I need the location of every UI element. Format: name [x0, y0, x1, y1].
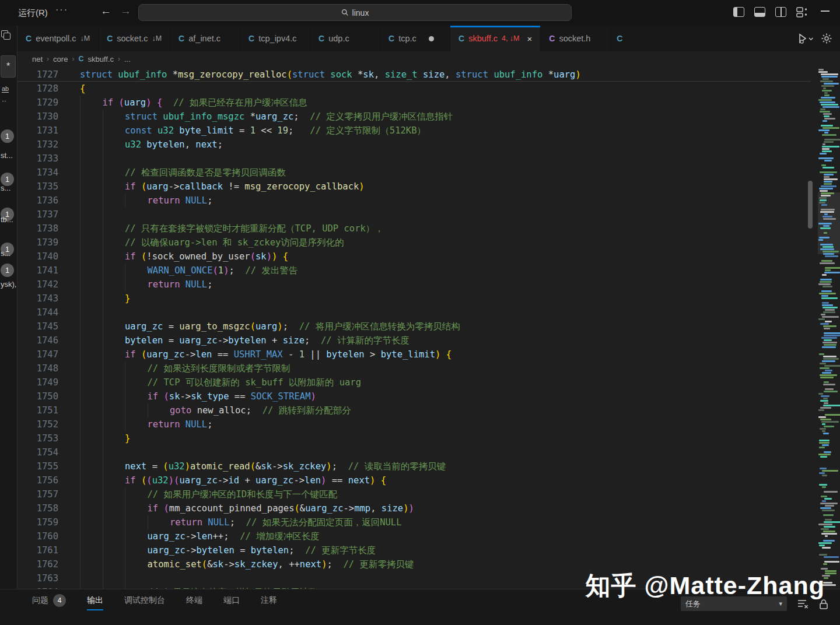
tab-skbuff.c[interactable]: Cskbuff.c4, ↓M× [450, 26, 541, 51]
code-text: } [125, 431, 130, 445]
search-result-fragment[interactable]: s... [1, 249, 10, 258]
code-content[interactable]: 1727struct ubuf_info *msg_zerocopy_reall… [18, 68, 811, 589]
toggle-panel-icon[interactable] [754, 7, 765, 17]
line-number: 1760 [18, 529, 58, 543]
code-text: bytelen = uarg_zc->bytelen + size; // 计算… [125, 333, 410, 347]
tab-af_inet.c[interactable]: Caf_inet.c [170, 26, 240, 51]
tab-label: tcp.c [398, 34, 416, 43]
indent-guide [80, 529, 80, 543]
breadcrumb-symbol[interactable]: ... [124, 55, 131, 64]
minimap-stripe [820, 407, 831, 409]
indent-guide [125, 264, 125, 278]
close-icon[interactable]: × [527, 34, 533, 44]
code-line-1751: 1751goto new_alloc; // 跳转到新分配部分 [18, 403, 811, 417]
menu-more-icon[interactable]: ··· [55, 5, 68, 15]
indent-guide [80, 292, 80, 306]
minimap-stripe [824, 176, 830, 178]
minimap-stripe [821, 496, 827, 497]
breadcrumb[interactable]: net › core › C skbuff.c › ... [18, 51, 840, 66]
search-option-box[interactable]: * [1, 55, 16, 78]
settings-gear-icon[interactable] [821, 33, 832, 44]
tab-socket.h[interactable]: Csocket.h [541, 26, 611, 51]
code-text: if ((u32)(uarg_zc->id + uarg_zc->len) ==… [125, 473, 386, 487]
indent-guide [103, 222, 103, 236]
panel-tab-调试控制台[interactable]: 调试控制台 [124, 595, 165, 610]
editor-group-icon[interactable] [1, 30, 10, 40]
minimap-stripe [821, 185, 836, 187]
panel-tabs: 问题4输出调试控制台终端端口注释 [32, 594, 277, 612]
indent-guide [103, 250, 103, 264]
preserve-case-icon[interactable]: ab [2, 85, 9, 93]
code-text: } [125, 292, 130, 306]
minimap-stripe [820, 80, 833, 82]
breadcrumb-core[interactable]: core [53, 55, 68, 64]
minimap-stripe [818, 409, 824, 411]
indent-guide [125, 557, 125, 571]
code-text: if (sk->sk_type == SOCK_STREAM) [148, 389, 316, 403]
minimap-stripe [825, 505, 834, 507]
indent-guide [103, 571, 103, 585]
line-number: 1758 [18, 501, 58, 515]
code-text: if (uarg) { // 如果已经存在用户缓冲区信息 [103, 96, 307, 110]
file-type-icon: C [26, 34, 32, 43]
tab-socket.c[interactable]: Csocket.c↓M [99, 26, 170, 51]
dirty-indicator[interactable] [429, 36, 434, 41]
tab-tcp.c[interactable]: Ctcp.c [380, 26, 450, 51]
minimap-stripe [823, 87, 826, 89]
minimap-stripe [823, 253, 834, 255]
code-line-1736: 1736return NULL; [18, 194, 811, 208]
minimap[interactable] [818, 66, 840, 589]
minimap-stripe [825, 309, 835, 311]
line-number: 1745 [18, 319, 58, 333]
run-debug-button[interactable] [798, 33, 813, 44]
minimap-stripe [823, 358, 839, 360]
panel-tab-端口[interactable]: 端口 [223, 595, 240, 610]
code-text: WARN_ON_ONCE(1); // 发出警告 [148, 264, 298, 278]
line-number: 1748 [18, 361, 58, 375]
tab-eventpoll.c[interactable]: Ceventpoll.c↓M [18, 26, 99, 51]
indent-guide [80, 250, 80, 264]
minimap-stripe [823, 398, 828, 399]
indent-guide [125, 543, 125, 557]
breadcrumb-file[interactable]: skbuff.c [88, 55, 114, 64]
search-result-fragment[interactable]: ysk), [1, 280, 16, 289]
minimap-stripe [825, 267, 840, 269]
toggle-secondary-sidebar-icon[interactable] [775, 7, 786, 17]
search-result-fragment[interactable]: tb... [1, 215, 13, 224]
search-result-fragment[interactable]: s... [1, 184, 10, 192]
minimize-button[interactable] [821, 10, 830, 12]
breadcrumb-net[interactable]: net [32, 55, 43, 64]
search-result-fragment[interactable]: st... [1, 151, 13, 160]
panel-tab-注释[interactable]: 注释 [261, 595, 277, 610]
code-editor[interactable]: 1727struct ubuf_info *msg_zerocopy_reall… [18, 66, 840, 589]
minimap-stripe [824, 83, 839, 85]
code-text: // 以确保uarg->len 和 sk_zckey访问是序列化的 [125, 236, 344, 250]
line-number: 1731 [18, 124, 58, 138]
code-text: return NULL; // 如果无法分配固定页面，返回NULL [170, 515, 402, 529]
more-dots-icon[interactable]: ·· [2, 97, 6, 105]
indent-guide [103, 124, 103, 138]
minimap-stripe [820, 400, 828, 402]
minimap-stripe [821, 295, 828, 297]
watermark: 知乎 @Matte-Zhang [586, 569, 825, 603]
tab-udp.c[interactable]: Cudp.c [310, 26, 380, 51]
panel-tab-输出[interactable]: 输出 [87, 595, 103, 610]
line-number: 1757 [18, 487, 58, 501]
toggle-sidebar-icon[interactable] [733, 7, 744, 17]
line-number: 1743 [18, 292, 58, 306]
panel-tab-问题[interactable]: 问题4 [32, 594, 66, 612]
scrollbar-thumb[interactable] [808, 181, 813, 229]
tab-partial[interactable]: C [611, 26, 631, 51]
panel-tab-终端[interactable]: 终端 [186, 595, 202, 610]
customize-layout-icon[interactable] [796, 7, 808, 17]
command-center-search[interactable]: linux [138, 4, 572, 21]
forward-icon[interactable]: → [120, 5, 131, 17]
menu-run[interactable]: 运行(R) [15, 6, 51, 20]
minimap-stripe [819, 472, 825, 474]
tab-tcp_ipv4.c[interactable]: Ctcp_ipv4.c [240, 26, 310, 51]
line-number: 1732 [18, 138, 58, 152]
indent-guide [80, 375, 80, 389]
code-line-1754: 1754 [18, 445, 811, 459]
back-icon[interactable]: ← [100, 5, 111, 17]
file-type-icon: C [617, 34, 622, 43]
